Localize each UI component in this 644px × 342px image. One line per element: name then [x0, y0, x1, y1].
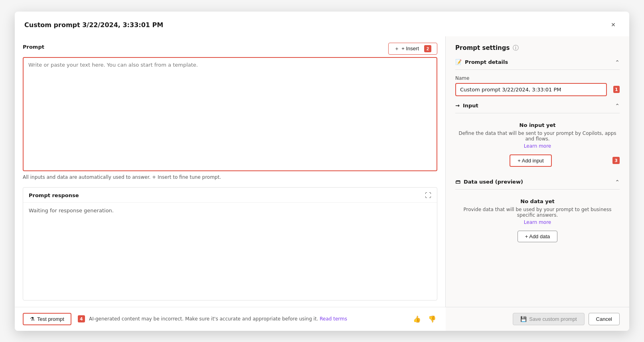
prompt-details-section: 📝 Prompt details ⌃ Name 1	[455, 59, 620, 96]
add-input-button[interactable]: + Add input	[510, 154, 551, 167]
add-input-label: + Add input	[518, 158, 543, 164]
add-data-label: + Add data	[525, 233, 550, 239]
data-chevron: ⌃	[615, 179, 620, 185]
prompt-section-label: Prompt	[23, 44, 44, 50]
dialog-header: Custom prompt 3/22/2024, 3:33:01 PM ×	[15, 12, 629, 36]
plus-icon: ＋	[394, 45, 399, 52]
flask-icon: ⚗	[30, 316, 35, 322]
data-learn-more-link[interactable]: Learn more	[455, 219, 620, 225]
save-icon: 💾	[520, 316, 527, 322]
cancel-button[interactable]: Cancel	[589, 313, 620, 325]
response-body: Waiting for response generation.	[23, 203, 437, 300]
dialog-body: Prompt ＋ + Insert 2 All inputs and data …	[15, 36, 629, 307]
custom-prompt-dialog: Custom prompt 3/22/2024, 3:33:01 PM × Pr…	[15, 12, 629, 331]
prompt-response-section: Prompt response ⛶ Waiting for response g…	[23, 187, 437, 300]
input-icon: →	[455, 103, 460, 109]
test-prompt-badge: 4	[78, 315, 85, 322]
info-icon[interactable]: ⓘ	[513, 44, 519, 52]
bottom-section: ⚗ Test prompt 4 AI-generated content may…	[15, 307, 629, 331]
input-section-header-left: → Input	[455, 103, 478, 109]
data-section-header[interactable]: 🗃 Data used (preview) ⌃	[455, 179, 620, 190]
insert-label: + Insert	[401, 45, 419, 51]
right-panel: Prompt settings ⓘ 📝 Prompt details ⌃ Nam…	[446, 36, 629, 307]
input-section-header[interactable]: → Input ⌃	[455, 103, 620, 113]
name-input[interactable]	[455, 83, 607, 96]
bottom-bar: ⚗ Test prompt 4 AI-generated content may…	[15, 307, 446, 331]
dialog-title: Custom prompt 3/22/2024, 3:33:01 PM	[24, 21, 163, 29]
read-terms-link[interactable]: Read terms	[320, 316, 347, 322]
insert-button[interactable]: ＋ + Insert 2	[388, 43, 437, 55]
thumbs-down-button[interactable]: 👎	[427, 314, 438, 324]
disclaimer-text: AI-generated content may be incorrect. M…	[89, 316, 318, 322]
data-section-label: Data used (preview)	[464, 179, 523, 185]
prompt-textarea[interactable]	[24, 58, 437, 170]
prompt-details-header[interactable]: 📝 Prompt details ⌃	[455, 59, 620, 70]
waiting-text: Waiting for response generation.	[29, 208, 114, 214]
input-section: → Input ⌃ No input yet Define the data t…	[455, 103, 620, 172]
data-section-header-left: 🗃 Data used (preview)	[455, 179, 523, 185]
settings-title-row: Prompt settings ⓘ	[455, 44, 620, 52]
close-button[interactable]: ×	[607, 19, 620, 32]
name-label: Name	[455, 75, 620, 81]
prompt-area-container	[23, 57, 437, 171]
data-section-body: No data yet Provide data that will be us…	[455, 195, 620, 248]
input-chevron: ⌃	[615, 103, 620, 109]
response-header: Prompt response ⛶	[23, 188, 437, 203]
data-icon: 🗃	[455, 179, 460, 185]
no-input-title: No input yet	[455, 122, 620, 128]
add-input-badge: 3	[612, 157, 620, 164]
insert-badge: 2	[424, 45, 431, 52]
prompt-details-icon: 📝	[455, 59, 462, 65]
dialog-footer: 💾 Save custom prompt Cancel	[446, 307, 629, 331]
left-panel: Prompt ＋ + Insert 2 All inputs and data …	[15, 36, 446, 307]
no-input-desc: Define the data that will be sent to you…	[455, 130, 620, 142]
settings-title: Prompt settings	[455, 44, 510, 51]
expand-icon[interactable]: ⛶	[425, 192, 431, 199]
input-learn-more-link[interactable]: Learn more	[455, 143, 620, 149]
prompt-header-row: Prompt ＋ + Insert 2	[23, 43, 437, 55]
add-data-button[interactable]: + Add data	[518, 231, 558, 242]
prompt-details-label: Prompt details	[465, 59, 508, 65]
prompt-details-header-left: 📝 Prompt details	[455, 59, 508, 65]
response-label: Prompt response	[29, 192, 79, 198]
data-section: 🗃 Data used (preview) ⌃ No data yet Prov…	[455, 179, 620, 248]
name-badge: 1	[613, 86, 620, 93]
thumbs-up-button[interactable]: 👍	[411, 314, 423, 324]
input-section-body: No input yet Define the data that will b…	[455, 119, 620, 172]
ai-disclaimer: AI-generated content may be incorrect. M…	[89, 316, 407, 322]
test-prompt-label: Test prompt	[37, 316, 64, 322]
no-data-desc: Provide data that will be used by your p…	[455, 207, 620, 218]
input-section-label: Input	[463, 103, 478, 109]
prompt-details-chevron: ⌃	[615, 59, 620, 65]
no-data-title: No data yet	[455, 198, 620, 204]
save-button: 💾 Save custom prompt	[513, 313, 584, 325]
save-label: Save custom prompt	[529, 316, 577, 322]
test-prompt-button[interactable]: ⚗ Test prompt	[23, 313, 71, 325]
prompt-footer-note: All inputs and data are automatically us…	[23, 171, 437, 182]
